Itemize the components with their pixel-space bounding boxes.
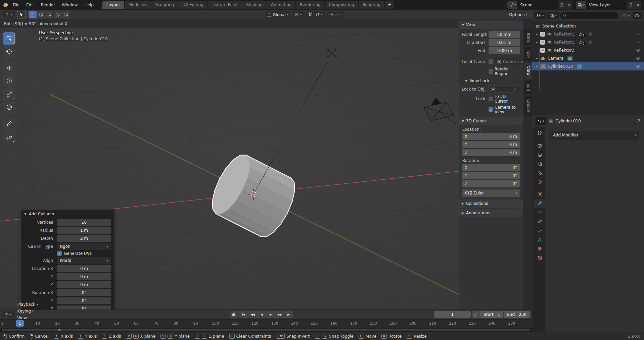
display-mode-button[interactable]: ▾ (534, 12, 546, 19)
cursor-rotation-x-field[interactable]: X0° (462, 164, 520, 171)
view-layer-name[interactable]: View Layer (586, 1, 627, 9)
outliner-row-cylinder-010[interactable]: ▸Cylinder.010 (532, 62, 644, 70)
n-panel-tab-edit[interactable]: Edit (524, 80, 532, 95)
cursor-location-y-field[interactable]: Y0 m (462, 141, 520, 148)
operator-field-generate-uvs-checkbox[interactable]: ✓ (57, 251, 62, 256)
outliner-search-input[interactable] (560, 12, 618, 19)
workspace-tab-texture-paint[interactable]: Texture Paint (208, 1, 242, 9)
play-reverse-button[interactable]: ◀ (257, 311, 266, 318)
jump-end-button[interactable]: ▶| (284, 311, 293, 318)
rotation-mode-dropdown[interactable]: XYZ Euler▾ (462, 189, 520, 197)
start-frame-field[interactable]: Start1 (480, 312, 503, 317)
snap-button[interactable]: ▾ (306, 11, 325, 18)
timeline-menu-keying[interactable]: Keying▾ (15, 308, 41, 315)
copy-view-layer-button[interactable] (627, 1, 635, 9)
cursor-rotation-z-field[interactable]: Z0° (462, 180, 520, 187)
operator-field-rotation-x[interactable]: 0° (57, 289, 111, 296)
view-lock-header[interactable]: ▼View Lock (459, 77, 523, 85)
play-button[interactable]: ▶ (266, 311, 275, 318)
expand-arrow-icon[interactable]: ❯ (1, 322, 3, 325)
operator-field-z[interactable]: 0 m (57, 281, 111, 288)
menu-window[interactable]: Window (58, 1, 81, 9)
disclosure-icon[interactable]: ▸ (535, 33, 539, 36)
end-frame-field[interactable]: End250 (504, 312, 530, 317)
properties-tab-object[interactable] (534, 190, 545, 199)
transform-orientation-button[interactable]: Global▾ (265, 11, 290, 18)
annotations-panel-header[interactable]: ▶Annotations···· (459, 209, 523, 217)
active-tool-indicator[interactable] (17, 11, 26, 18)
exclude-checkbox[interactable]: ✓ (540, 40, 545, 45)
clip-start-field[interactable]: 0.01 m (489, 39, 520, 46)
pivot-point-button[interactable]: ▾ (292, 11, 304, 18)
view-panel-header[interactable]: ▼View···· (459, 21, 523, 29)
local-camera-field[interactable]: Camera× (495, 58, 526, 65)
visibility-toggle[interactable] (635, 40, 642, 45)
lock-to-object-field[interactable] (489, 86, 520, 93)
proportional-editing-button[interactable]: ▾ (327, 11, 344, 18)
select-mode-set[interactable] (29, 11, 37, 18)
properties-tab-render[interactable] (534, 141, 545, 150)
filter-button[interactable]: ▾ (620, 12, 632, 19)
local-camera-checkbox[interactable] (489, 59, 493, 64)
camera-to-view-checkbox[interactable]: ✓ (489, 107, 493, 112)
focal-length-field[interactable]: 50 mm (489, 31, 520, 38)
remove-view-layer-button[interactable]: × (635, 1, 641, 9)
tool-box-select[interactable] (3, 32, 15, 45)
properties-tab-texture[interactable] (534, 253, 545, 262)
operator-field-cap-fill-type[interactable]: Ngon▾ (57, 243, 111, 250)
render-region-checkbox[interactable] (489, 69, 493, 74)
cursor-location-z-field[interactable]: Z0 m (462, 149, 520, 156)
properties-tab-view-layer[interactable] (534, 159, 545, 168)
n-panel-tab-view[interactable]: View (524, 63, 532, 79)
tool-transform[interactable] (3, 101, 15, 113)
operator-field-y[interactable]: 0 m (57, 273, 111, 280)
visibility-toggle[interactable] (635, 48, 642, 53)
tool-scale[interactable] (3, 88, 15, 100)
workspace-tab-layout[interactable]: Layout (102, 1, 124, 9)
workspace-tab-scripting[interactable]: Scripting (359, 1, 384, 9)
properties-tab-physics[interactable] (534, 217, 545, 226)
add-modifier-dropdown[interactable]: Add Modifier▾ (550, 131, 639, 139)
menu-help[interactable]: Help (81, 1, 97, 9)
add-workspace-button[interactable]: + (385, 1, 394, 9)
operator-panel-header[interactable]: ▼Add Cylinder (21, 210, 114, 218)
cursor-rotation-y-field[interactable]: Y-0° (462, 172, 520, 179)
prev-key-button[interactable]: ◀◀ (248, 311, 257, 318)
properties-tab-output[interactable] (534, 150, 545, 159)
scrollbar-handle[interactable] (2, 329, 530, 331)
exclude-checkbox[interactable]: ✓ (540, 48, 545, 53)
disclosure-icon[interactable]: ▸ (535, 57, 539, 60)
n-panel-tab-item[interactable]: Item (524, 30, 532, 45)
select-mode-intersect[interactable] (62, 11, 71, 18)
operator-field-vertices[interactable]: 16 (57, 219, 111, 226)
select-mode-extend[interactable] (37, 11, 45, 18)
properties-tab-tool[interactable] (534, 129, 545, 138)
eyedropper-icon[interactable] (513, 87, 518, 92)
jump-start-button[interactable]: |◀ (239, 311, 248, 318)
menu-render[interactable]: Render (37, 1, 58, 9)
current-frame-marker[interactable]: 1 (16, 320, 24, 327)
outliner-row-reflektor2[interactable]: ▸✓Reflektor26 (532, 38, 644, 46)
properties-tab-particles[interactable] (534, 208, 545, 217)
operator-field-align[interactable]: World▾ (57, 257, 111, 264)
outliner-row-camera[interactable]: ▸Camera (532, 54, 644, 62)
timeline-editor-type-button[interactable]: ▾ (2, 311, 14, 318)
3d-cursor-panel-header[interactable]: ▼3D Cursor···· (459, 117, 523, 125)
next-key-button[interactable]: ▶▶ (275, 311, 284, 318)
tool-rotate[interactable] (3, 75, 15, 87)
menu-file[interactable]: File (9, 1, 23, 9)
n-panel-tab-tool[interactable]: Tool (524, 47, 532, 61)
outliner-row-scene-collection[interactable]: Scene Collection (532, 22, 644, 30)
outliner-row-reflektor3[interactable]: ✓Reflektor3 (532, 46, 644, 54)
scene-name[interactable]: Scene (517, 1, 558, 9)
editor-type-button[interactable]: ▾ (3, 11, 14, 18)
properties-tab-scene[interactable] (534, 168, 545, 177)
n-panel-tab-create[interactable]: Create (524, 96, 532, 116)
operator-field-y[interactable]: 0° (57, 297, 111, 304)
timeline-scrollbar[interactable] (0, 328, 532, 332)
current-frame-field[interactable]: 1 (434, 311, 471, 318)
new-collection-button[interactable] (633, 12, 642, 19)
menu-edit[interactable]: Edit (23, 1, 37, 9)
workspace-tab-animation[interactable]: Animation (267, 1, 295, 9)
record-button[interactable]: ● (230, 311, 238, 318)
